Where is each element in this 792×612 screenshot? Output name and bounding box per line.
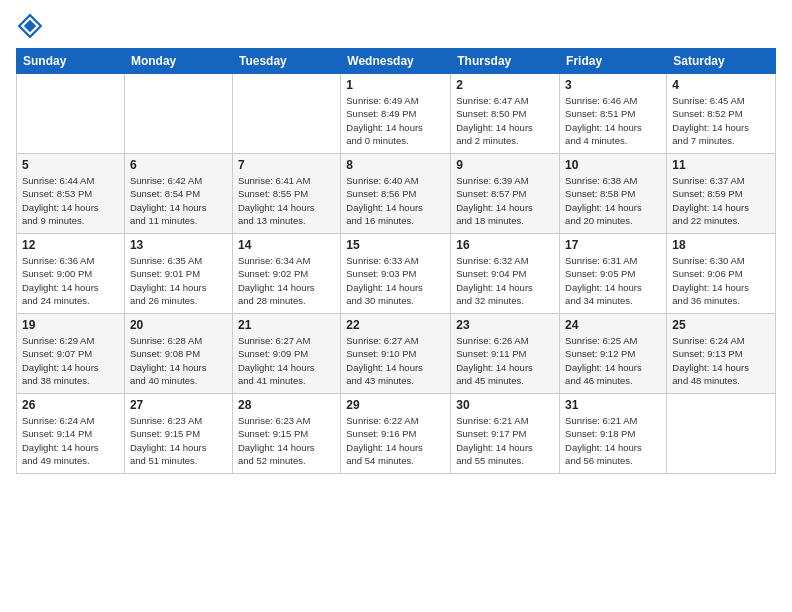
header <box>16 12 776 40</box>
day-cell: 11Sunrise: 6:37 AM Sunset: 8:59 PM Dayli… <box>667 154 776 234</box>
day-cell: 1Sunrise: 6:49 AM Sunset: 8:49 PM Daylig… <box>341 74 451 154</box>
day-info: Sunrise: 6:37 AM Sunset: 8:59 PM Dayligh… <box>672 174 770 227</box>
day-number: 31 <box>565 398 661 412</box>
logo <box>16 12 48 40</box>
day-info: Sunrise: 6:35 AM Sunset: 9:01 PM Dayligh… <box>130 254 227 307</box>
day-number: 23 <box>456 318 554 332</box>
day-info: Sunrise: 6:42 AM Sunset: 8:54 PM Dayligh… <box>130 174 227 227</box>
day-cell: 23Sunrise: 6:26 AM Sunset: 9:11 PM Dayli… <box>451 314 560 394</box>
week-row-5: 26Sunrise: 6:24 AM Sunset: 9:14 PM Dayli… <box>17 394 776 474</box>
header-day-saturday: Saturday <box>667 49 776 74</box>
calendar: SundayMondayTuesdayWednesdayThursdayFrid… <box>16 48 776 474</box>
day-number: 25 <box>672 318 770 332</box>
day-cell: 8Sunrise: 6:40 AM Sunset: 8:56 PM Daylig… <box>341 154 451 234</box>
day-number: 29 <box>346 398 445 412</box>
day-number: 8 <box>346 158 445 172</box>
header-row: SundayMondayTuesdayWednesdayThursdayFrid… <box>17 49 776 74</box>
day-number: 1 <box>346 78 445 92</box>
day-info: Sunrise: 6:36 AM Sunset: 9:00 PM Dayligh… <box>22 254 119 307</box>
day-info: Sunrise: 6:41 AM Sunset: 8:55 PM Dayligh… <box>238 174 335 227</box>
day-info: Sunrise: 6:45 AM Sunset: 8:52 PM Dayligh… <box>672 94 770 147</box>
day-cell: 13Sunrise: 6:35 AM Sunset: 9:01 PM Dayli… <box>124 234 232 314</box>
day-info: Sunrise: 6:40 AM Sunset: 8:56 PM Dayligh… <box>346 174 445 227</box>
day-number: 13 <box>130 238 227 252</box>
day-cell: 24Sunrise: 6:25 AM Sunset: 9:12 PM Dayli… <box>560 314 667 394</box>
day-number: 26 <box>22 398 119 412</box>
day-cell: 25Sunrise: 6:24 AM Sunset: 9:13 PM Dayli… <box>667 314 776 394</box>
day-info: Sunrise: 6:31 AM Sunset: 9:05 PM Dayligh… <box>565 254 661 307</box>
day-cell: 14Sunrise: 6:34 AM Sunset: 9:02 PM Dayli… <box>232 234 340 314</box>
header-day-wednesday: Wednesday <box>341 49 451 74</box>
day-cell: 7Sunrise: 6:41 AM Sunset: 8:55 PM Daylig… <box>232 154 340 234</box>
day-number: 27 <box>130 398 227 412</box>
day-info: Sunrise: 6:49 AM Sunset: 8:49 PM Dayligh… <box>346 94 445 147</box>
day-cell: 10Sunrise: 6:38 AM Sunset: 8:58 PM Dayli… <box>560 154 667 234</box>
day-number: 6 <box>130 158 227 172</box>
week-row-3: 12Sunrise: 6:36 AM Sunset: 9:00 PM Dayli… <box>17 234 776 314</box>
day-cell <box>667 394 776 474</box>
day-info: Sunrise: 6:27 AM Sunset: 9:09 PM Dayligh… <box>238 334 335 387</box>
week-row-4: 19Sunrise: 6:29 AM Sunset: 9:07 PM Dayli… <box>17 314 776 394</box>
page: SundayMondayTuesdayWednesdayThursdayFrid… <box>0 0 792 612</box>
day-cell: 12Sunrise: 6:36 AM Sunset: 9:00 PM Dayli… <box>17 234 125 314</box>
day-info: Sunrise: 6:29 AM Sunset: 9:07 PM Dayligh… <box>22 334 119 387</box>
day-number: 30 <box>456 398 554 412</box>
day-number: 7 <box>238 158 335 172</box>
day-info: Sunrise: 6:34 AM Sunset: 9:02 PM Dayligh… <box>238 254 335 307</box>
day-cell <box>232 74 340 154</box>
day-cell: 17Sunrise: 6:31 AM Sunset: 9:05 PM Dayli… <box>560 234 667 314</box>
day-info: Sunrise: 6:23 AM Sunset: 9:15 PM Dayligh… <box>130 414 227 467</box>
day-number: 11 <box>672 158 770 172</box>
day-cell: 29Sunrise: 6:22 AM Sunset: 9:16 PM Dayli… <box>341 394 451 474</box>
day-info: Sunrise: 6:25 AM Sunset: 9:12 PM Dayligh… <box>565 334 661 387</box>
day-number: 16 <box>456 238 554 252</box>
header-day-tuesday: Tuesday <box>232 49 340 74</box>
day-info: Sunrise: 6:46 AM Sunset: 8:51 PM Dayligh… <box>565 94 661 147</box>
day-cell <box>124 74 232 154</box>
day-info: Sunrise: 6:24 AM Sunset: 9:13 PM Dayligh… <box>672 334 770 387</box>
day-info: Sunrise: 6:26 AM Sunset: 9:11 PM Dayligh… <box>456 334 554 387</box>
day-info: Sunrise: 6:32 AM Sunset: 9:04 PM Dayligh… <box>456 254 554 307</box>
day-cell <box>17 74 125 154</box>
day-cell: 31Sunrise: 6:21 AM Sunset: 9:18 PM Dayli… <box>560 394 667 474</box>
day-info: Sunrise: 6:44 AM Sunset: 8:53 PM Dayligh… <box>22 174 119 227</box>
day-cell: 19Sunrise: 6:29 AM Sunset: 9:07 PM Dayli… <box>17 314 125 394</box>
day-number: 5 <box>22 158 119 172</box>
day-number: 2 <box>456 78 554 92</box>
day-cell: 18Sunrise: 6:30 AM Sunset: 9:06 PM Dayli… <box>667 234 776 314</box>
header-day-sunday: Sunday <box>17 49 125 74</box>
day-number: 17 <box>565 238 661 252</box>
day-info: Sunrise: 6:22 AM Sunset: 9:16 PM Dayligh… <box>346 414 445 467</box>
header-day-monday: Monday <box>124 49 232 74</box>
day-info: Sunrise: 6:27 AM Sunset: 9:10 PM Dayligh… <box>346 334 445 387</box>
day-number: 4 <box>672 78 770 92</box>
day-number: 18 <box>672 238 770 252</box>
day-info: Sunrise: 6:47 AM Sunset: 8:50 PM Dayligh… <box>456 94 554 147</box>
day-cell: 16Sunrise: 6:32 AM Sunset: 9:04 PM Dayli… <box>451 234 560 314</box>
week-row-2: 5Sunrise: 6:44 AM Sunset: 8:53 PM Daylig… <box>17 154 776 234</box>
week-row-1: 1Sunrise: 6:49 AM Sunset: 8:49 PM Daylig… <box>17 74 776 154</box>
day-cell: 22Sunrise: 6:27 AM Sunset: 9:10 PM Dayli… <box>341 314 451 394</box>
day-info: Sunrise: 6:28 AM Sunset: 9:08 PM Dayligh… <box>130 334 227 387</box>
day-info: Sunrise: 6:30 AM Sunset: 9:06 PM Dayligh… <box>672 254 770 307</box>
day-info: Sunrise: 6:21 AM Sunset: 9:18 PM Dayligh… <box>565 414 661 467</box>
day-cell: 2Sunrise: 6:47 AM Sunset: 8:50 PM Daylig… <box>451 74 560 154</box>
day-number: 20 <box>130 318 227 332</box>
day-cell: 6Sunrise: 6:42 AM Sunset: 8:54 PM Daylig… <box>124 154 232 234</box>
day-cell: 9Sunrise: 6:39 AM Sunset: 8:57 PM Daylig… <box>451 154 560 234</box>
day-info: Sunrise: 6:39 AM Sunset: 8:57 PM Dayligh… <box>456 174 554 227</box>
day-cell: 30Sunrise: 6:21 AM Sunset: 9:17 PM Dayli… <box>451 394 560 474</box>
day-number: 22 <box>346 318 445 332</box>
day-number: 3 <box>565 78 661 92</box>
day-number: 14 <box>238 238 335 252</box>
header-day-friday: Friday <box>560 49 667 74</box>
day-number: 21 <box>238 318 335 332</box>
day-info: Sunrise: 6:24 AM Sunset: 9:14 PM Dayligh… <box>22 414 119 467</box>
day-number: 19 <box>22 318 119 332</box>
day-info: Sunrise: 6:33 AM Sunset: 9:03 PM Dayligh… <box>346 254 445 307</box>
day-cell: 20Sunrise: 6:28 AM Sunset: 9:08 PM Dayli… <box>124 314 232 394</box>
day-info: Sunrise: 6:21 AM Sunset: 9:17 PM Dayligh… <box>456 414 554 467</box>
calendar-header: SundayMondayTuesdayWednesdayThursdayFrid… <box>17 49 776 74</box>
day-number: 28 <box>238 398 335 412</box>
day-number: 24 <box>565 318 661 332</box>
